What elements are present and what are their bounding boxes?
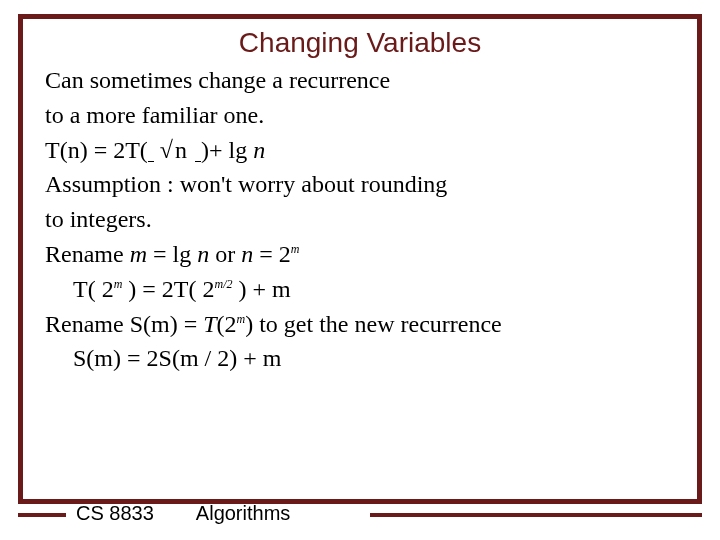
rename-d: n [197, 241, 209, 267]
eq-tn-prefix: T(n) = 2T [45, 137, 140, 163]
t2m-a: T( 2 [73, 276, 114, 302]
footer-rule-left [18, 513, 66, 517]
rs-a: Rename S(m) = [45, 311, 203, 337]
sqrt-arg: n [175, 137, 187, 163]
eq-tn-n: n [253, 137, 265, 163]
slide-title: Changing Variables [23, 19, 697, 63]
slide-footer: CS 8833Algorithms [0, 504, 720, 528]
body-line-4: Assumption : won't worry about rounding [45, 167, 675, 202]
rename-g: = 2 [253, 241, 291, 267]
eq-t-2m: T( 2m ) = 2T( 2m/2 ) + m [45, 272, 675, 307]
eq-sm: S(m) = 2S(m / 2) + m [45, 341, 675, 376]
rs-b: T [203, 311, 216, 337]
rs-d: m [237, 312, 246, 326]
body-line-5: to integers. [45, 202, 675, 237]
rs-c: (2 [217, 311, 237, 337]
eq-recurrence: T(n) = 2T(n )+ lg n [45, 133, 675, 168]
t2m-d: m/2 [215, 277, 233, 291]
rename-e: or [209, 241, 241, 267]
footer-text: CS 8833Algorithms [76, 502, 290, 525]
footer-rule-right [370, 513, 702, 517]
rename-f: n [241, 241, 253, 267]
t2m-e: ) + m [233, 276, 291, 302]
eq-tn-post: + lg [209, 137, 253, 163]
slide-frame: Changing Variables Can sometimes change … [18, 14, 702, 504]
rename-c: = lg [147, 241, 197, 267]
body-line-2: to a more familiar one. [45, 98, 675, 133]
eq-rename-s: Rename S(m) = T(2m) to get the new recur… [45, 307, 675, 342]
slide-content: Can sometimes change a recurrence to a m… [23, 63, 697, 376]
footer-subject: Algorithms [196, 502, 290, 524]
t2m-c: ) = 2T( 2 [122, 276, 214, 302]
footer-course: CS 8833 [76, 502, 154, 524]
eq-rename-m: Rename m = lg n or n = 2m [45, 237, 675, 272]
rename-b: m [130, 241, 147, 267]
body-line-1: Can sometimes change a recurrence [45, 63, 675, 98]
rs-e: ) to get the new recurrence [245, 311, 502, 337]
rename-a: Rename [45, 241, 130, 267]
sqrt-icon: n [156, 133, 187, 168]
rename-exp: m [291, 242, 300, 256]
